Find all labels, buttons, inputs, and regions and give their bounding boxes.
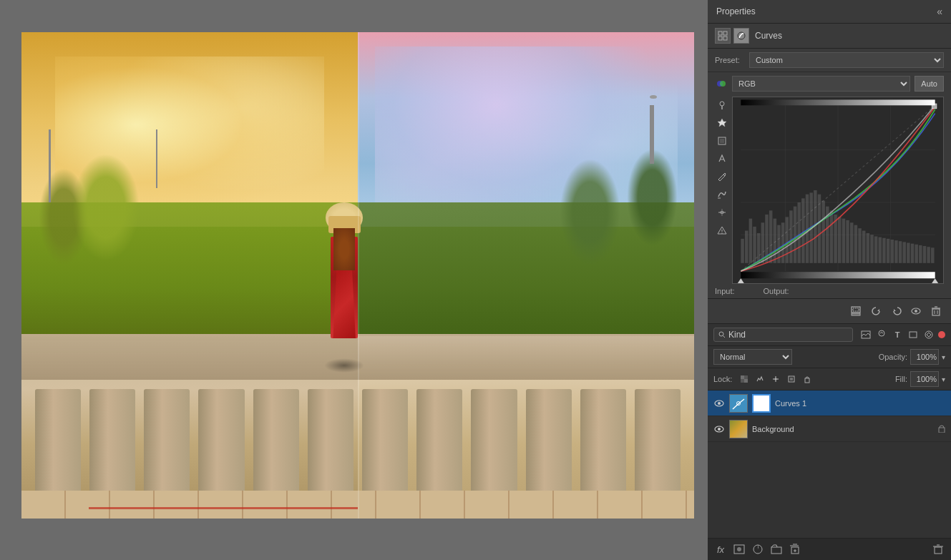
- layer-background-name: Background: [752, 425, 934, 433]
- reset-button[interactable]: [868, 303, 884, 319]
- delete-button[interactable]: [931, 542, 945, 556]
- svg-rect-70: [919, 245, 922, 263]
- search-icon: [718, 331, 726, 338]
- input-label: Input:: [715, 287, 735, 295]
- svg-rect-2: [718, 36, 722, 40]
- opacity-label: Opacity:: [879, 353, 907, 361]
- channel-row: RGB Red Green Blue Auto: [708, 72, 951, 95]
- auto-button[interactable]: Auto: [915, 76, 944, 92]
- fx-button[interactable]: fx: [713, 542, 728, 556]
- blend-mode-row: Normal Multiply Screen Overlay Opacity: …: [708, 346, 951, 368]
- curves-wrapper: [708, 95, 951, 284]
- svg-point-95: [879, 330, 884, 336]
- svg-rect-27: [745, 231, 748, 263]
- layer-curves1-mask: [752, 394, 771, 413]
- filter-image-icon[interactable]: [859, 328, 872, 341]
- curves-split-tool[interactable]: [715, 205, 729, 220]
- layer-item-curves1[interactable]: Curves 1: [708, 390, 951, 416]
- layer-curves1-name: Curves 1: [775, 399, 945, 408]
- clip-to-below-button[interactable]: [848, 303, 864, 319]
- filter-smart-object-icon[interactable]: [922, 328, 935, 341]
- create-adjustment-button[interactable]: [751, 542, 765, 556]
- svg-rect-30: [757, 233, 761, 263]
- blend-mode-select[interactable]: Normal Multiply Screen Overlay: [713, 349, 792, 365]
- svg-rect-53: [850, 222, 854, 263]
- lock-artboard-icon[interactable]: [785, 373, 798, 385]
- layer-item-background[interactable]: Background: [708, 416, 951, 442]
- fill-row: Fill: 100% ▾: [895, 371, 945, 387]
- fill-arrow[interactable]: ▾: [942, 375, 945, 383]
- preset-select[interactable]: Custom: [749, 52, 944, 68]
- lock-all-icon[interactable]: [801, 373, 814, 385]
- fill-input[interactable]: 100%: [910, 371, 939, 387]
- svg-marker-9: [718, 119, 726, 127]
- curves-graph[interactable]: [732, 97, 944, 284]
- svg-marker-83: [877, 309, 879, 311]
- svg-rect-82: [852, 313, 860, 315]
- svg-rect-3: [723, 36, 727, 40]
- svg-rect-96: [909, 332, 917, 338]
- grid-icon[interactable]: [715, 28, 731, 44]
- layers-toolbar: fx: [708, 538, 951, 560]
- filter-shape-icon[interactable]: [907, 328, 920, 341]
- svg-rect-54: [854, 225, 858, 263]
- svg-rect-37: [786, 217, 789, 262]
- svg-rect-87: [932, 309, 940, 315]
- svg-rect-57: [867, 233, 870, 263]
- curves-pencil-tool[interactable]: [715, 170, 729, 184]
- layers-search-input[interactable]: Kind: [713, 328, 853, 342]
- opacity-input[interactable]: 100%: [910, 349, 939, 365]
- layer-background-visibility[interactable]: [713, 423, 725, 435]
- properties-panel: Properties «: [708, 0, 951, 324]
- svg-rect-58: [870, 235, 874, 263]
- preset-label: Preset:: [715, 56, 743, 64]
- toggle-visibility-button[interactable]: [908, 303, 924, 319]
- svg-rect-11: [720, 139, 724, 143]
- photo-split-line: [358, 32, 359, 519]
- lock-transparent-pixels-icon[interactable]: [738, 373, 751, 385]
- layer-background-thumbnail: [729, 420, 748, 438]
- channel-select[interactable]: RGB Red Green Blue: [732, 76, 910, 92]
- svg-rect-29: [753, 227, 756, 263]
- delete-layer-button[interactable]: [928, 303, 944, 319]
- new-layer-button[interactable]: [788, 542, 802, 556]
- eyedropper-gray-tool[interactable]: [715, 152, 729, 166]
- svg-point-109: [718, 402, 721, 405]
- create-group-button[interactable]: [769, 542, 784, 556]
- filter-text-icon[interactable]: T: [891, 328, 904, 341]
- curves-warning-tool[interactable]: [715, 223, 729, 237]
- svg-rect-67: [907, 243, 910, 263]
- layer-background-lock-icon: [938, 424, 945, 434]
- layer-curves1-visibility[interactable]: [713, 398, 725, 409]
- svg-rect-38: [789, 210, 793, 262]
- panel-actions: [708, 298, 951, 323]
- curves-side-tools: [715, 97, 729, 284]
- svg-rect-72: [927, 247, 930, 263]
- curves-thumb-icon[interactable]: [733, 28, 749, 44]
- svg-rect-31: [761, 222, 765, 263]
- panel-collapse-button[interactable]: «: [937, 6, 942, 17]
- svg-rect-55: [858, 228, 862, 263]
- previous-state-button[interactable]: [888, 303, 904, 319]
- lock-row: Lock:: [708, 368, 951, 390]
- svg-rect-0: [718, 31, 722, 35]
- right-panel: Properties «: [708, 0, 951, 560]
- opacity-arrow[interactable]: ▾: [942, 353, 945, 361]
- eyedropper-black-tool[interactable]: [715, 134, 729, 148]
- svg-rect-64: [894, 240, 898, 263]
- svg-rect-39: [794, 207, 797, 263]
- eyedropper-white-tool[interactable]: [715, 116, 729, 130]
- svg-rect-26: [741, 239, 744, 263]
- filter-adjustment-icon[interactable]: [875, 328, 888, 341]
- photo-container: [21, 32, 694, 519]
- eyedropper-sample-tool[interactable]: [715, 98, 729, 112]
- curves-smooth-tool[interactable]: [715, 187, 729, 202]
- svg-point-86: [915, 310, 917, 313]
- add-mask-button[interactable]: [732, 542, 746, 556]
- lock-position-icon[interactable]: [769, 373, 782, 385]
- svg-rect-107: [805, 378, 809, 383]
- layers-search-row: Kind T: [708, 324, 951, 346]
- curves-label: Curves: [755, 31, 782, 41]
- lock-label: Lock:: [713, 375, 732, 383]
- lock-image-pixels-icon[interactable]: [754, 373, 766, 385]
